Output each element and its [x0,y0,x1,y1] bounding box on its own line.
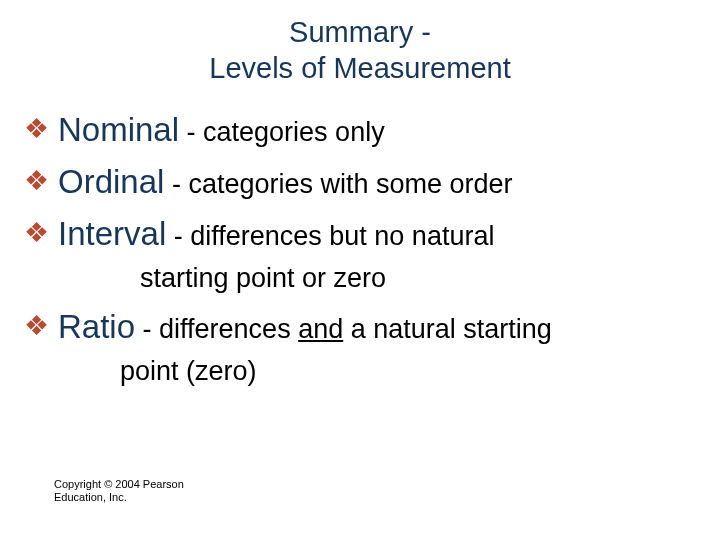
description: - differences but no natural [166,221,494,251]
slide-body: ❖ Nominal - categories only ❖ Ordinal - … [0,87,720,389]
description-underlined: and [298,314,343,344]
title-line-2: Levels of Measurement [209,52,510,84]
description: - differences [135,314,298,344]
diamond-bullet-icon: ❖ [20,161,58,201]
title-line-1: Summary - [289,16,431,48]
term: Nominal [58,111,179,148]
slide: Summary - Levels of Measurement ❖ Nomina… [0,0,720,540]
description: - categories only [179,117,385,147]
list-item: ❖ Interval - differences but no natural [20,213,700,255]
copyright-text: Copyright © 2004 Pearson Education, Inc. [54,478,184,504]
item-continuation: starting point or zero [20,261,700,296]
diamond-bullet-icon: ❖ [20,213,58,253]
copyright-line-1: Copyright © 2004 Pearson [54,478,184,490]
slide-title: Summary - Levels of Measurement [0,0,720,87]
diamond-bullet-icon: ❖ [20,109,58,149]
list-item: ❖ Nominal - categories only [20,109,700,151]
term: Ratio [58,308,135,345]
copyright-line-2: Education, Inc. [54,491,127,503]
item-content: Interval - differences but no natural [58,213,700,255]
term: Ordinal [58,163,164,200]
item-content: Ratio - differences and a natural starti… [58,306,700,348]
term: Interval [58,215,166,252]
list-item: ❖ Ratio - differences and a natural star… [20,306,700,348]
description: a natural starting [343,314,552,344]
item-continuation: point (zero) [20,354,700,389]
list-item: ❖ Ordinal - categories with some order [20,161,700,203]
description: - categories with some order [164,169,512,199]
item-content: Ordinal - categories with some order [58,161,700,203]
diamond-bullet-icon: ❖ [20,306,58,346]
item-content: Nominal - categories only [58,109,700,151]
